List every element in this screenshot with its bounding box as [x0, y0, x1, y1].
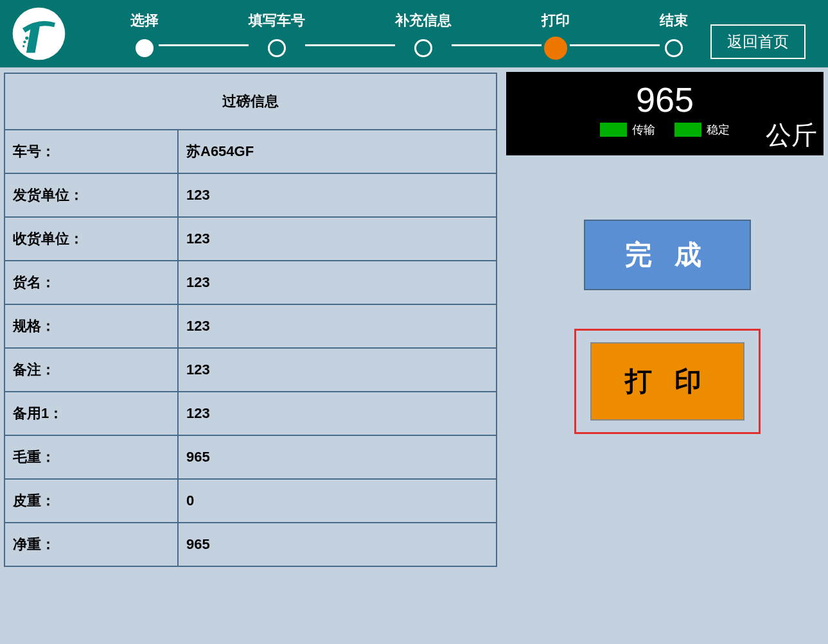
row-label: 净重： [4, 523, 178, 566]
row-value: 965 [178, 523, 497, 566]
print-button-highlight: 打 印 [574, 329, 761, 434]
table-row: 货名：123 [4, 261, 497, 304]
row-label: 毛重： [4, 435, 178, 479]
table-row: 车号：苏A654GF [4, 130, 497, 173]
row-value: 123 [178, 173, 497, 217]
step-select: 选择 [130, 11, 159, 57]
action-buttons: 完 成 打 印 [506, 220, 828, 434]
row-value: 0 [178, 479, 497, 523]
step-finish: 结束 [660, 11, 688, 57]
step-connector [305, 44, 395, 46]
table-row: 净重：965 [4, 523, 497, 566]
row-value: 苏A654GF [178, 130, 497, 173]
step-circle-icon [414, 39, 432, 57]
step-vehicle-no: 填写车号 [249, 11, 305, 57]
app-logo [12, 6, 66, 61]
svg-point-6 [27, 47, 29, 49]
row-value: 123 [178, 217, 497, 261]
row-label: 发货单位： [4, 173, 178, 217]
step-connector [452, 44, 542, 46]
row-label: 货名： [4, 261, 178, 304]
step-connector [159, 44, 249, 46]
header: 选择 填写车号 补充信息 打印 结束 返回首页 [0, 0, 828, 67]
step-circle-icon [268, 39, 286, 57]
svg-point-5 [22, 45, 24, 47]
table-row: 备注：123 [4, 348, 497, 392]
svg-point-2 [25, 37, 28, 40]
step-extra-info: 补充信息 [395, 11, 452, 57]
home-button[interactable]: 返回首页 [710, 24, 806, 59]
table-row: 备用1：123 [4, 392, 497, 435]
content: 过磅信息 车号：苏A654GF 发货单位：123 收货单位：123 货名：123… [0, 67, 828, 567]
status-label: 稳定 [707, 122, 730, 137]
scale-display: 965 传输 稳定 公斤 [506, 72, 824, 155]
row-label: 备用1： [4, 392, 178, 435]
weighing-info-table: 过磅信息 车号：苏A654GF 发货单位：123 收货单位：123 货名：123… [4, 73, 497, 567]
table-title: 过磅信息 [4, 73, 497, 130]
left-panel: 过磅信息 车号：苏A654GF 发货单位：123 收货单位：123 货名：123… [0, 67, 497, 567]
row-value: 123 [178, 348, 497, 392]
svg-point-4 [28, 42, 30, 44]
step-label: 补充信息 [395, 11, 452, 30]
step-label: 选择 [130, 11, 159, 30]
table-row: 皮重：0 [4, 479, 497, 523]
status-transmit: 传输 [600, 122, 655, 137]
scale-value: 965 [506, 72, 824, 119]
step-circle-icon [665, 39, 683, 57]
status-indicator-icon [674, 123, 701, 137]
svg-point-0 [13, 8, 66, 60]
status-stable: 稳定 [674, 122, 730, 137]
step-label: 打印 [542, 11, 570, 30]
step-connector [570, 44, 660, 46]
table-row: 毛重：965 [4, 435, 497, 479]
row-value: 123 [178, 304, 497, 348]
row-value: 123 [178, 261, 497, 304]
step-print: 打印 [542, 11, 570, 57]
status-label: 传输 [632, 122, 655, 137]
row-label: 车号： [4, 130, 178, 173]
scale-unit: 公斤 [766, 117, 817, 153]
table-row: 收货单位：123 [4, 217, 497, 261]
table-row: 发货单位：123 [4, 173, 497, 217]
svg-point-3 [23, 40, 26, 43]
print-button[interactable]: 打 印 [590, 342, 744, 421]
step-circle-icon [136, 39, 154, 57]
row-value: 123 [178, 392, 497, 435]
row-label: 规格： [4, 304, 178, 348]
row-label: 收货单位： [4, 217, 178, 261]
step-circle-icon [544, 37, 567, 60]
table-row: 规格：123 [4, 304, 497, 348]
status-indicator-icon [600, 123, 627, 137]
row-label: 皮重： [4, 479, 178, 523]
step-label: 结束 [660, 11, 688, 30]
right-panel: 965 传输 稳定 公斤 完 成 打 印 [497, 67, 828, 567]
step-label: 填写车号 [249, 11, 305, 30]
row-label: 备注： [4, 348, 178, 392]
complete-button[interactable]: 完 成 [584, 220, 751, 290]
row-value: 965 [178, 435, 497, 479]
